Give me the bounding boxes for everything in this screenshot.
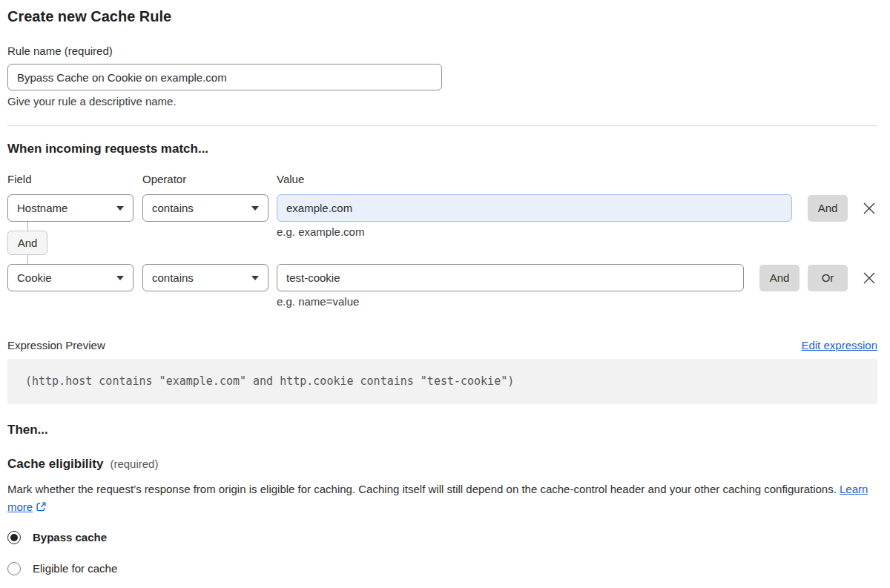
logic-buttons: And Or — [759, 265, 848, 291]
connector-and-toggle[interactable]: And — [7, 231, 47, 255]
field-column-label: Field — [7, 173, 142, 186]
value-input[interactable] — [277, 264, 744, 291]
option-label: Eligible for cache — [33, 562, 117, 575]
condition-row: Cookie contains And Or — [7, 264, 877, 291]
cache-eligibility-heading: Cache eligibility — [7, 457, 103, 472]
field-select-value: Cookie — [17, 271, 52, 284]
expression-code-block: (http.host contains "example.com" and ht… — [7, 359, 877, 404]
expression-preview-header: Expression Preview Edit expression — [7, 338, 877, 353]
and-button[interactable]: And — [808, 195, 848, 222]
chevron-down-icon — [251, 206, 259, 211]
remove-condition-button[interactable] — [861, 200, 877, 217]
row-connector-area: And e.g. example.com — [7, 222, 877, 264]
and-button[interactable]: And — [759, 265, 800, 291]
eligible-for-cache-option[interactable]: Eligible for cache — [7, 562, 877, 575]
field-select-value: Hostname — [17, 202, 67, 214]
description-text: Mark whether the request’s response from… — [7, 483, 837, 495]
rule-name-input[interactable] — [7, 64, 442, 90]
chevron-down-icon — [116, 276, 124, 280]
operator-column-label: Operator — [142, 173, 277, 186]
radio-button[interactable] — [7, 562, 21, 575]
remove-condition-button[interactable] — [861, 270, 877, 286]
radio-button[interactable] — [7, 531, 21, 544]
create-cache-rule-form: Create new Cache Rule Rule name (require… — [0, 7, 890, 575]
close-icon — [862, 201, 877, 216]
operator-select-value: contains — [152, 202, 194, 214]
field-select[interactable]: Cookie — [7, 264, 134, 291]
cache-eligibility-heading-row: Cache eligibility (required) — [7, 457, 877, 472]
or-button[interactable]: Or — [808, 265, 848, 291]
value-input[interactable] — [277, 194, 792, 222]
connector-line — [27, 222, 28, 231]
value-hint: e.g. name=value — [277, 295, 877, 308]
match-section-heading: When incoming requests match... — [7, 142, 877, 156]
field-select[interactable]: Hostname — [7, 194, 134, 222]
section-divider — [7, 125, 877, 126]
expression-preview-label: Expression Preview — [7, 338, 105, 353]
operator-select-value: contains — [152, 271, 194, 284]
page-title: Create new Cache Rule — [7, 7, 877, 25]
close-icon — [862, 271, 877, 285]
external-link-icon — [36, 502, 47, 515]
chevron-down-icon — [116, 206, 124, 211]
value-column-label: Value — [277, 173, 877, 186]
bypass-cache-option[interactable]: Bypass cache — [7, 531, 877, 544]
then-heading: Then... — [7, 423, 877, 437]
option-label: Bypass cache — [33, 531, 107, 544]
rule-name-label: Rule name (required) — [7, 44, 877, 58]
value-hint: e.g. example.com — [277, 225, 364, 239]
condition-column-labels: Field Operator Value — [7, 173, 877, 186]
connector-line — [27, 254, 28, 264]
condition-row: Hostname contains And — [7, 194, 877, 222]
logic-buttons: And — [808, 195, 848, 222]
chevron-down-icon — [251, 276, 259, 280]
rule-name-helper: Give your rule a descriptive name. — [7, 95, 877, 108]
required-note: (required) — [110, 457, 158, 470]
cache-eligibility-description: Mark whether the request’s response from… — [7, 480, 877, 518]
edit-expression-link[interactable]: Edit expression — [801, 338, 877, 353]
operator-select[interactable]: contains — [142, 264, 268, 291]
operator-select[interactable]: contains — [142, 194, 268, 222]
